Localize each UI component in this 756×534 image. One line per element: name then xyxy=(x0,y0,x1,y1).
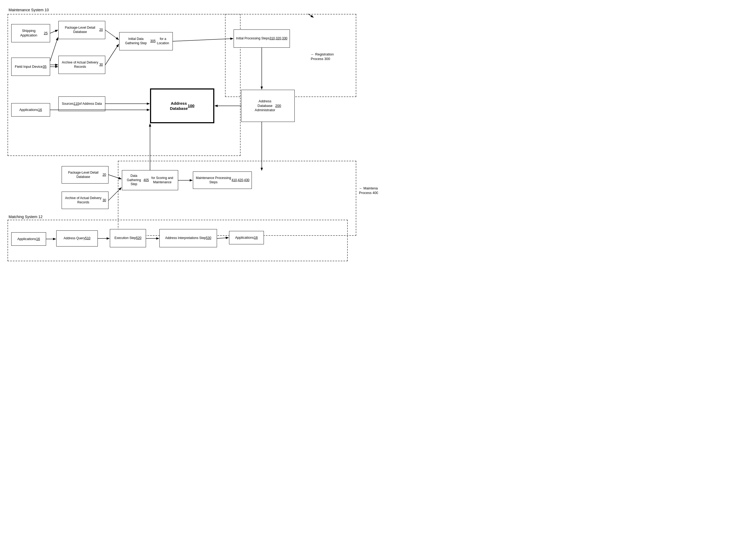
matching-system-label: Matching System 12 xyxy=(9,214,42,219)
shipping-application-box: Shipping Application 25 xyxy=(11,24,50,42)
maintenance-processing-box: Maintenance Processing Steps 410, 420, 4… xyxy=(193,172,252,189)
field-input-device-box: Field Input Device 35 xyxy=(11,58,50,76)
applications-16-left-box: Applications 16 xyxy=(11,232,46,246)
applications-16-right-box: Applications 16 xyxy=(229,231,264,244)
applications-16-mid-box: Applications 16 xyxy=(11,103,50,117)
sources-address-box: Sources 110 of Address Data xyxy=(58,96,105,111)
data-gathering-score-box: Data Gathering Step 405 for Scoring and … xyxy=(122,170,178,190)
archive-bottom-box: Archive of Actual Delivery Records 30 xyxy=(62,192,109,209)
pkg-db-top-box: Package-Level Detail Database 20 xyxy=(58,21,105,39)
address-query-box: Address Query 510 xyxy=(56,230,98,247)
archive-top-box: Archive of Actual Delivery Records 30 xyxy=(58,56,105,74)
initial-gathering-box: Initial Data Gathering Step 305 for a Lo… xyxy=(119,32,173,50)
execution-step-box: Execution Step520 xyxy=(110,229,146,247)
pkg-db-bottom-box: Package-Level Detail Database 20 xyxy=(62,166,109,183)
address-database-box: AddressDatabase100 xyxy=(150,89,214,123)
registration-process-label: ← RegistrationProcess 300 xyxy=(311,52,354,61)
diagram-container: Maintenance System 10 Matching System 12… xyxy=(0,0,378,267)
address-interp-box: Address Interpretations Step 530 xyxy=(159,229,217,247)
maintenance-system-label: Maintenance System 10 xyxy=(9,8,49,12)
initial-processing-box: Initial Processing Steps310, 320, 330 xyxy=(233,30,290,48)
address-db-admin-box: AddressDatabaseAdministrator200 xyxy=(241,90,295,122)
maintenance-process-label: ← MaintenanceProcess 400 xyxy=(359,186,378,195)
